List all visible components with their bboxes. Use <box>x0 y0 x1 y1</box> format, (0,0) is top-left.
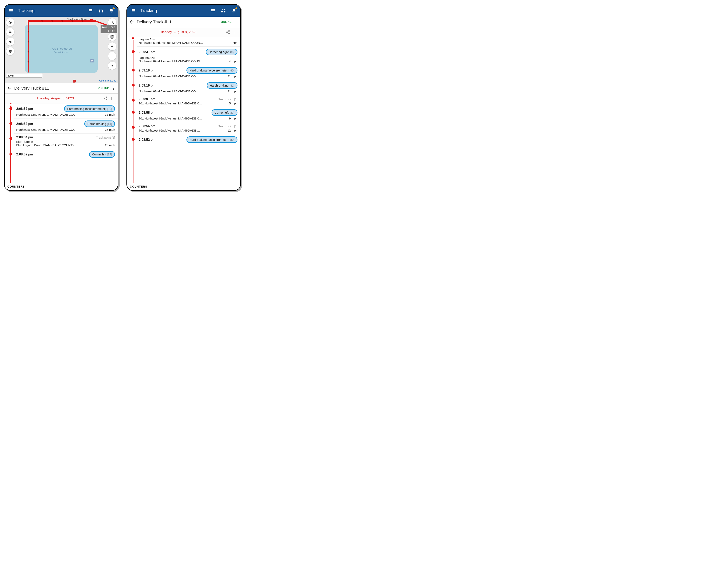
event-speed: 31 mph <box>227 90 237 93</box>
event-location: Blue_lagoon <box>16 140 115 144</box>
svg-line-22 <box>113 23 114 24</box>
event-chip: Hard braking (accelerometer) [80] <box>64 105 115 112</box>
carwash-icon[interactable] <box>6 28 14 36</box>
event-row[interactable]: 2:09:01 pm Track point [1] 701 Northwest… <box>137 95 240 107</box>
appbar-title: Tracking <box>18 8 84 13</box>
event-row[interactable]: 2:09:31 pm Cornering right [86] Laguna A… <box>137 47 240 65</box>
kebab-icon[interactable]: ⋮ <box>234 20 238 24</box>
bell-icon[interactable] <box>230 7 237 14</box>
event-address: Northwest 62nd Avenue. MIAMI-DADE COUN… <box>139 59 227 63</box>
event-row[interactable]: 2:08:52 pm Hard braking (accelerometer) … <box>137 134 240 146</box>
list-view-icon[interactable] <box>87 7 94 14</box>
event-address: Northwest 62nd Avenue. MIAMI-DADE COU… <box>16 113 103 116</box>
svg-point-17 <box>10 30 10 31</box>
svg-rect-5 <box>89 11 92 12</box>
map-marker-tooltip: Iko L... 666 6 mph <box>101 25 116 33</box>
back-icon[interactable] <box>7 86 12 91</box>
event-address: 701 Northwest 62nd Avenue. MIAMI-DADE C… <box>139 102 227 105</box>
list-view-icon[interactable] <box>209 7 216 14</box>
event-speed: 4 mph <box>229 59 237 63</box>
locate-icon[interactable] <box>6 18 14 26</box>
notification-dot <box>235 7 237 9</box>
unit-header: Delivery Truck #11 ONLINE ⋮ <box>5 83 118 94</box>
event-row[interactable]: 2:09:19 pm Hard braking (accelerometer) … <box>137 65 240 80</box>
kebab-icon[interactable]: ⋮ <box>231 30 237 34</box>
kebab-icon[interactable]: ⋮ <box>109 97 114 100</box>
events-list[interactable]: 2:08:52 pm Hard braking (accelerometer) … <box>5 103 118 190</box>
menu-icon[interactable] <box>7 7 15 14</box>
events-list[interactable]: Laguna Azul Northwest 62nd Avenue. MIAMI… <box>127 37 240 190</box>
svg-rect-7 <box>102 11 103 12</box>
menu-icon[interactable] <box>130 7 137 14</box>
event-speed: 7 mph <box>229 41 237 44</box>
phone-right: Tracking Delivery Truck #11 ONLINE ⋮ Tue… <box>126 4 241 191</box>
svg-point-16 <box>9 30 10 31</box>
event-address: 701 Northwest 62nd Avenue. MIAMI-DADE … <box>139 129 226 132</box>
unit-status: ONLINE <box>221 20 231 24</box>
counters-tab[interactable]: COUNTERS <box>5 183 118 190</box>
event-chip: Corner left [87] <box>212 109 237 116</box>
unit-status: ONLINE <box>98 86 109 90</box>
event-speed: 9 mph <box>229 117 237 120</box>
back-icon[interactable] <box>129 20 134 24</box>
svg-rect-3 <box>89 9 92 10</box>
event-row[interactable]: 2:08:58 pm Corner left [87] 701 Northwes… <box>137 107 240 122</box>
event-address: Northwest 62nd Avenue. MIAMI-DADE COUN… <box>139 41 227 44</box>
track-point-label: Track point [1] <box>96 136 115 139</box>
kebab-icon[interactable]: ⋮ <box>111 86 115 91</box>
car-icon[interactable] <box>6 37 14 46</box>
share-icon[interactable] <box>225 30 231 34</box>
event-time: 2:09:01 pm <box>139 97 157 101</box>
event-row[interactable]: 2:08:32 pm Corner left [87] <box>14 149 118 160</box>
event-time: 2:08:56 pm <box>139 124 157 128</box>
svg-rect-4 <box>89 10 92 11</box>
event-row[interactable]: 2:08:52 pm Hard braking (accelerometer) … <box>14 103 118 119</box>
track-point-label: Track point [1] <box>218 97 238 101</box>
svg-line-45 <box>227 32 229 33</box>
svg-line-30 <box>105 97 106 98</box>
event-time: 2:08:34 pm <box>16 135 34 139</box>
svg-rect-36 <box>211 10 215 11</box>
svg-point-41 <box>229 30 230 31</box>
event-address: Blue Lagoon Drive. MIAMI-DADE COUNTY <box>16 144 103 147</box>
event-row[interactable]: 2:08:34 pm Track point [1] Blue_lagoon B… <box>14 133 118 149</box>
event-time: 2:08:32 pm <box>16 153 34 156</box>
bell-icon[interactable] <box>108 7 115 14</box>
counters-tab[interactable]: COUNTERS <box>127 183 240 190</box>
headset-icon[interactable] <box>97 7 105 14</box>
share-icon[interactable] <box>103 96 109 100</box>
event-chip: Hard braking (accelerometer) [80] <box>186 67 237 74</box>
compass-icon[interactable] <box>108 62 116 70</box>
unit-name: Delivery Truck #11 <box>14 86 96 91</box>
headset-icon[interactable] <box>220 7 227 14</box>
event-time: 2:08:52 pm <box>16 122 34 126</box>
date-bar: Tuesday, August 8, 2023 ⋮ <box>127 27 240 37</box>
event-time: 2:08:52 pm <box>139 138 157 142</box>
svg-line-31 <box>105 99 106 99</box>
event-address: Northwest 62nd Avenue. MIAMI-DADE CO… <box>139 75 226 78</box>
notification-dot <box>113 7 114 9</box>
shield-check-icon[interactable] <box>6 47 14 55</box>
layers-icon[interactable] <box>108 33 116 41</box>
event-row[interactable]: Laguna Azul Northwest 62nd Avenue. MIAMI… <box>137 37 240 47</box>
svg-point-18 <box>11 30 11 31</box>
date-label[interactable]: Tuesday, August 8, 2023 <box>8 96 103 100</box>
map-scale: 300 m <box>6 74 42 78</box>
appbar: Tracking <box>127 5 240 17</box>
svg-point-21 <box>111 21 113 23</box>
svg-point-29 <box>106 99 107 100</box>
unit-name: Delivery Truck #11 <box>137 20 218 24</box>
svg-point-20 <box>11 42 11 43</box>
map-attribution[interactable]: OpenStreetMap <box>99 79 116 82</box>
svg-point-27 <box>106 97 107 98</box>
event-address: 701 Northwest 62nd Avenue. MIAMI-DADE C… <box>139 117 227 120</box>
zoom-out-icon[interactable] <box>108 52 116 60</box>
event-row[interactable]: 2:08:56 pm Track point [1] 701 Northwest… <box>137 122 240 134</box>
zoom-in-icon[interactable] <box>108 42 116 50</box>
event-chip: Corner left [87] <box>89 151 115 158</box>
map[interactable]: Red-shouldered Hawk Lake Blue Lagoon Dri… <box>5 17 118 83</box>
event-row[interactable]: 2:08:52 pm Harsh braking [41] Northwest … <box>14 119 118 133</box>
date-label[interactable]: Tuesday, August 8, 2023 <box>130 30 225 34</box>
event-time: 2:09:19 pm <box>139 84 157 87</box>
event-row[interactable]: 2:09:19 pm Harsh braking [41] Northwest … <box>137 80 240 95</box>
